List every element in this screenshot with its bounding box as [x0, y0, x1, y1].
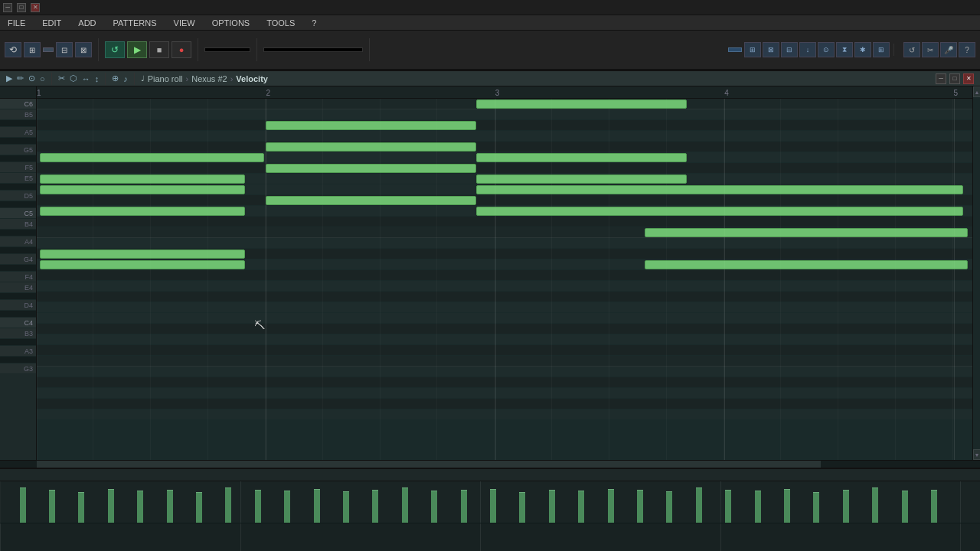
maximize-button[interactable]: □ — [17, 3, 26, 12]
note-12[interactable] — [476, 207, 962, 216]
mixer-btn-3[interactable]: ⊟ — [781, 42, 798, 57]
piano-key-g5[interactable]: G5 — [0, 145, 36, 155]
velocity-bar-27[interactable] — [813, 492, 819, 523]
mixer-btn-5[interactable]: ⊙ — [818, 42, 835, 57]
sys-btn-3[interactable]: 🎤 — [940, 42, 957, 57]
menu-view[interactable]: VIEW — [171, 18, 198, 28]
velocity-area[interactable] — [0, 481, 980, 523]
piano-key-f5[interactable]: F5 — [0, 162, 36, 173]
piano-key-g4[interactable]: G4 — [0, 254, 36, 265]
velocity-bar-15[interactable] — [461, 490, 467, 523]
piano-key-c4[interactable]: C4 — [0, 318, 36, 328]
record-button[interactable]: ● — [172, 41, 191, 58]
menu-patterns[interactable]: PATTERNS — [110, 18, 160, 28]
piano-key-e5[interactable]: E5 — [0, 173, 36, 184]
tool-scissors[interactable]: ✂ — [58, 73, 65, 83]
note-11[interactable] — [40, 207, 246, 216]
velocity-bar-29[interactable] — [872, 487, 878, 523]
minimize-button[interactable]: ─ — [3, 3, 12, 12]
mixer-btn-8[interactable]: ⊞ — [873, 42, 890, 57]
step-count[interactable] — [43, 47, 54, 52]
piano-key-b3[interactable]: B3 — [0, 328, 36, 339]
note-9[interactable] — [476, 185, 962, 194]
velocity-bar-7[interactable] — [225, 487, 231, 523]
vertical-scrollbar[interactable]: ▲ ▼ — [972, 86, 980, 460]
note-1[interactable] — [266, 121, 476, 130]
note-4[interactable] — [476, 153, 687, 162]
transport-tool-4[interactable]: ⊠ — [75, 42, 92, 57]
velocity-bar-23[interactable] — [696, 487, 702, 523]
horizontal-scrollbar[interactable] — [0, 460, 980, 468]
breadcrumb-velocity[interactable]: Velocity — [236, 74, 268, 83]
velocity-bar-28[interactable] — [843, 490, 849, 523]
velocity-bar-20[interactable] — [608, 489, 614, 523]
tool-select[interactable]: ▶ — [6, 73, 12, 83]
velocity-bar-19[interactable] — [578, 491, 584, 523]
note-2[interactable] — [266, 142, 476, 152]
menu-file[interactable]: FILE — [5, 18, 28, 28]
velocity-bar-13[interactable] — [402, 487, 408, 523]
piano-key-a#5[interactable] — [0, 120, 36, 127]
sys-btn-2[interactable]: ✂ — [922, 42, 939, 57]
note-13[interactable] — [645, 228, 968, 237]
sys-btn-1[interactable]: ↺ — [903, 42, 920, 57]
piano-key-a4[interactable]: A4 — [0, 236, 36, 247]
velocity-bar-1[interactable] — [49, 490, 55, 523]
note-16[interactable] — [645, 260, 968, 269]
bpm-display[interactable] — [204, 47, 250, 52]
mixer-btn-7[interactable]: ✱ — [854, 42, 871, 57]
piano-key-a#4[interactable] — [0, 230, 36, 236]
mixer-btn-2[interactable]: ⊠ — [763, 42, 779, 57]
menu-edit[interactable]: EDIT — [39, 18, 64, 28]
stop-button[interactable]: ■ — [149, 41, 169, 58]
breadcrumb-root[interactable]: Piano roll — [148, 74, 183, 83]
velocity-bar-31[interactable] — [931, 490, 937, 523]
velocity-bar-24[interactable] — [725, 490, 731, 523]
piano-key-f#4[interactable] — [0, 265, 36, 272]
piano-key-a3[interactable]: A3 — [0, 346, 36, 357]
mixer-btn-1[interactable]: ⊞ — [744, 42, 761, 57]
note-3[interactable] — [40, 153, 264, 162]
window-minimize[interactable]: ─ — [936, 73, 946, 84]
velocity-bar-6[interactable] — [196, 492, 202, 523]
piano-key-c#4[interactable] — [0, 311, 36, 318]
velocity-bar-16[interactable] — [490, 489, 496, 523]
piano-key-f4[interactable]: F4 — [0, 272, 36, 282]
piano-key-g#4[interactable] — [0, 247, 36, 254]
tool-speaker[interactable]: ♪ — [123, 74, 128, 83]
loop-button[interactable]: ↺ — [105, 41, 125, 58]
velocity-bar-26[interactable] — [784, 489, 790, 523]
tool-eraser[interactable]: ⊙ — [28, 73, 35, 83]
note-14[interactable] — [40, 249, 246, 259]
transport-tool-1[interactable]: ⟲ — [5, 42, 21, 57]
breadcrumb-instrument[interactable]: Nexus #2 — [191, 74, 227, 83]
piano-key-d5[interactable]: D5 — [0, 191, 36, 201]
tool-flip-h[interactable]: ↔ — [82, 74, 90, 83]
transport-tool-3[interactable]: ⊟ — [56, 42, 73, 57]
velocity-bar-9[interactable] — [284, 491, 290, 523]
piano-key-c6[interactable]: C6 — [0, 99, 36, 109]
piano-key-g3[interactable]: G3 — [0, 364, 36, 374]
piano-key-b4[interactable]: B4 — [0, 219, 36, 230]
menu-tools[interactable]: TOOLS — [263, 18, 298, 28]
pattern-selector[interactable] — [728, 47, 742, 52]
velocity-bar-17[interactable] — [519, 492, 525, 523]
note-8[interactable] — [40, 185, 246, 194]
note-7[interactable] — [476, 174, 687, 184]
piano-key-c#5[interactable] — [0, 201, 36, 208]
velocity-bar-4[interactable] — [137, 491, 143, 523]
velocity-bar-3[interactable] — [108, 489, 114, 523]
velocity-bar-0[interactable] — [20, 487, 26, 523]
menu-add[interactable]: ADD — [75, 18, 99, 28]
piano-key-a#3[interactable] — [0, 339, 36, 346]
note-0[interactable] — [476, 99, 687, 109]
mixer-btn-6[interactable]: ⧗ — [836, 42, 853, 57]
mixer-btn-4[interactable]: ↓ — [799, 42, 816, 57]
velocity-bar-25[interactable] — [755, 491, 761, 523]
piano-key-g#5[interactable] — [0, 138, 36, 145]
piano-key-d#4[interactable] — [0, 293, 36, 300]
velocity-bar-8[interactable] — [255, 490, 261, 523]
velocity-bar-18[interactable] — [549, 490, 555, 523]
velocity-bar-12[interactable] — [372, 490, 378, 523]
transport-tool-2[interactable]: ⊞ — [24, 42, 41, 57]
